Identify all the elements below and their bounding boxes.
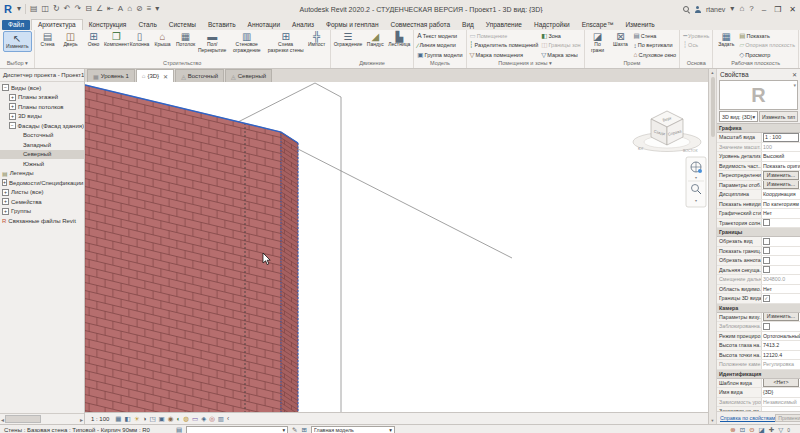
ribbon-button[interactable]: ▽Марка зоны	[540, 50, 581, 60]
customize-qat-icon[interactable]: ▾	[155, 4, 159, 14]
measure-icon[interactable]: ∠	[96, 4, 103, 14]
ribbon-button[interactable]: ⊞Схема разрезки стены	[267, 31, 305, 53]
sun-path-icon[interactable]: ☀	[134, 415, 140, 423]
property-value[interactable]: Изменить...	[762, 171, 800, 180]
workset-select[interactable]: ▾	[186, 426, 288, 433]
ribbon-button[interactable]: ↕По вертикали	[633, 41, 678, 51]
property-value[interactable]	[762, 237, 800, 246]
scroll-thumb[interactable]	[5, 415, 41, 423]
browser-tree-item[interactable]: −Фасады (Фасад здания)	[0, 121, 84, 131]
ribbon-button[interactable]: ▤Показать	[738, 31, 796, 41]
search-icon[interactable]	[683, 6, 690, 13]
type-selector[interactable]: 3D вид: {3D} ▾	[719, 111, 758, 122]
ribbon-panel-label[interactable]: Основа	[680, 60, 712, 68]
user-dropdown-icon[interactable]: ▾	[730, 4, 734, 14]
ribbon-tab[interactable]: Анализ	[286, 20, 320, 30]
property-value[interactable]: 7413.2	[762, 341, 800, 350]
view-tab[interactable]: ◬Северный	[225, 69, 272, 82]
property-value[interactable]	[762, 322, 800, 331]
ribbon-button[interactable]: ┆Разделитель помещений	[469, 41, 540, 51]
ribbon-button[interactable]: ⊞Окно	[83, 31, 105, 48]
property-value[interactable]: Координация	[762, 190, 800, 199]
ribbon-panel-label[interactable]: Строительство	[35, 60, 330, 68]
properties-section-header[interactable]: Идентификация	[717, 370, 800, 379]
ribbon-button[interactable]: ∕Линия модели	[416, 41, 463, 51]
ribbon-panel-label[interactable]: Движение	[331, 60, 414, 68]
property-value[interactable]: 304800.0	[762, 275, 800, 284]
checkbox[interactable]	[763, 238, 770, 245]
ribbon-button[interactable]: ◇Просмотр	[738, 50, 796, 60]
app-menu-arrow-icon[interactable]: ▾	[17, 4, 21, 14]
open-file-icon[interactable]: ▤	[30, 4, 38, 14]
property-value[interactable]: {3D}	[762, 388, 800, 397]
property-value[interactable]: По категориям	[762, 200, 800, 209]
apply-button[interactable]: Применить	[775, 414, 800, 422]
browser-tree-item[interactable]: Западный	[0, 140, 84, 150]
app-store-icon[interactable]: ⌂	[739, 4, 744, 14]
section-icon[interactable]: ⊘	[136, 4, 143, 14]
ribbon-button[interactable]: ━Уровень	[682, 31, 710, 41]
redo-icon[interactable]: ↷	[75, 4, 82, 14]
ribbon-button[interactable]: ▦Потолок	[175, 31, 197, 48]
checkbox[interactable]	[763, 247, 770, 254]
property-value[interactable]: <Нет>	[762, 379, 800, 388]
browser-tree-item[interactable]: Северный	[0, 150, 84, 160]
sync-icon[interactable]: ↻	[53, 4, 60, 14]
ribbon-button[interactable]: AТекст модели	[416, 31, 463, 41]
property-value[interactable]: Независимый	[762, 398, 800, 407]
browser-tree-item[interactable]: +3D виды	[0, 112, 84, 122]
viewcube-ring-label[interactable]: ВОСТОК	[683, 149, 698, 153]
scroll-down-icon[interactable]: ▾	[711, 418, 713, 423]
properties-scrollbar[interactable]: ▴ ▾	[709, 69, 717, 424]
detail-level-icon[interactable]: ▦	[115, 415, 121, 423]
ribbon-panel-label[interactable]: Рабочая плоскость	[713, 60, 798, 68]
properties-section-header[interactable]: Камера	[717, 304, 800, 313]
ribbon-panel-label[interactable]: Проем	[585, 60, 680, 68]
browser-tree-item[interactable]: +Планы этажей	[0, 93, 84, 103]
aligned-dimension-icon[interactable]: ⇤	[107, 4, 114, 14]
ribbon-button[interactable]: ▙Лестница	[387, 31, 411, 48]
restore-button[interactable]: ❒	[774, 5, 781, 14]
thin-lines-icon[interactable]: ≡	[147, 4, 152, 14]
ribbon-tab[interactable]: Сталь	[132, 20, 162, 30]
ribbon-button[interactable]: ⊠Шахта	[610, 31, 632, 48]
expander-icon[interactable]: +	[2, 198, 9, 205]
property-value[interactable]	[762, 256, 800, 265]
property-value[interactable]: Изменить...	[762, 181, 800, 190]
property-value[interactable]: Регулировка	[762, 360, 800, 369]
ribbon-tab[interactable]: Управление	[480, 20, 528, 30]
checkbox[interactable]	[763, 219, 770, 226]
properties-help-link[interactable]: Справка по свойствам	[720, 415, 775, 421]
properties-section-header[interactable]: Графика	[717, 124, 800, 133]
checkbox[interactable]: ✓	[763, 295, 770, 302]
select-pinned-icon[interactable]: ⊙	[749, 426, 754, 433]
ribbon-button[interactable]: ◫Дверь	[60, 31, 82, 48]
reveal-constraints-icon[interactable]: ◎	[209, 415, 215, 423]
property-value[interactable]	[762, 219, 800, 228]
temporary-hide-isolate-icon[interactable]: ◐	[176, 415, 180, 422]
property-value[interactable]: 12120.4	[762, 351, 800, 360]
scroll-thumb[interactable]	[711, 77, 715, 137]
expander-icon[interactable]: −	[2, 84, 9, 91]
ribbon-button[interactable]: ▯Колонна	[129, 31, 151, 48]
ribbon-button[interactable]: ▱Опорная плоскость	[738, 41, 796, 51]
browser-tree-item[interactable]: −Виды (все)	[0, 83, 84, 93]
viewcube-ring-label[interactable]: ЮГ	[638, 147, 644, 151]
drawing-area[interactable]: ЮГ ВОСТОК Верх Сзади Справа	[85, 82, 708, 412]
view-tab[interactable]: ▦Уровень 1	[87, 69, 135, 82]
ribbon-tab[interactable]: Вставить	[202, 20, 242, 30]
undo-icon[interactable]: ↶	[64, 4, 71, 14]
property-button[interactable]: Изменить...	[763, 313, 799, 322]
property-button[interactable]: Изменить...	[763, 171, 799, 180]
ribbon-panel-label[interactable]: Модель	[414, 60, 465, 68]
view-tab[interactable]: ⌂{3D}✕	[136, 69, 174, 82]
property-value[interactable]: Ортогональный	[762, 332, 800, 341]
checkbox[interactable]	[763, 266, 770, 273]
help-icon[interactable]: ?	[749, 4, 753, 14]
browser-tree-item[interactable]: +Группы	[0, 207, 84, 217]
ribbon-tab[interactable]: Надстройки	[528, 20, 576, 30]
scroll-up-icon[interactable]: ▴	[711, 70, 713, 75]
ribbon-button[interactable]: ❒Компонент	[106, 31, 128, 48]
ribbon-tab[interactable]: Файл	[2, 20, 30, 30]
collapse-icon[interactable]: ‹	[227, 415, 229, 422]
